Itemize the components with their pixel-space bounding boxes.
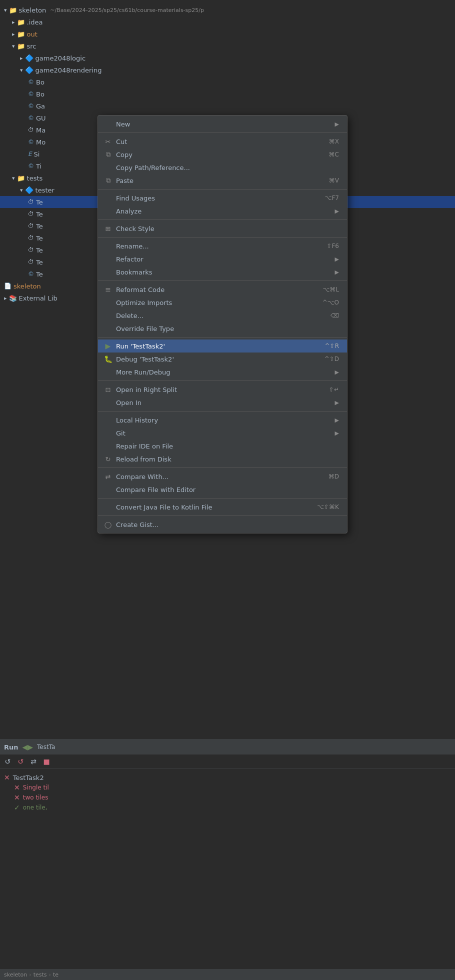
paste-icon: ⧉ [104,176,112,184]
cut-icon: ✂ [104,138,112,146]
menu-item-check-style[interactable]: ⊞ Check Style [98,222,347,235]
shortcut-label: ⇧↵ [329,386,339,393]
menu-label: Refactor [116,256,144,263]
debug-icon: 🐛 [104,355,112,363]
menu-item-new[interactable]: New ▶ [98,118,347,130]
shortcut-label: ⌘V [329,177,339,184]
menu-item-paste[interactable]: ⧉ Paste ⌘V [98,174,347,187]
menu-item-git[interactable]: Git ▶ [98,426,347,440]
gist-icon: ◯ [104,521,112,528]
menu-item-compare-with[interactable]: ⇄ Compare With... ⌘D [98,470,347,483]
menu-label: Convert Java File to Kotlin File [116,504,212,511]
shortcut-label: ⌥F7 [325,194,339,202]
menu-label: Copy [116,151,132,158]
menu-label: Open in Right Split [116,386,177,394]
menu-label: Bookmarks [116,268,152,276]
shortcut-label: ^⌥O [322,299,339,306]
shortcut-label: ⌥⌘L [322,286,339,293]
menu-item-open-in[interactable]: Open In ▶ [98,396,347,409]
menu-separator [98,132,347,133]
menu-label: Create Gist... [116,521,158,528]
menu-item-rename[interactable]: Rename... ⇧F6 [98,240,347,252]
shortcut-label: ⌫ [330,312,339,319]
arrow-icon: ▶ [335,417,339,424]
menu-label: Reformat Code [116,286,164,294]
menu-separator [98,189,347,190]
shortcut-label: ⌘D [328,473,339,480]
menu-item-create-gist[interactable]: ◯ Create Gist... [98,518,347,531]
split-icon: ⊡ [104,386,112,394]
menu-label: Local History [116,416,158,424]
menu-label: Repair IDE on File [116,442,173,450]
menu-label: Optimize Imports [116,299,172,306]
menu-item-more-run[interactable]: More Run/Debug ▶ [98,366,347,378]
shortcut-label: ^⇧R [325,342,339,350]
menu-item-convert-kotlin[interactable]: Convert Java File to Kotlin File ⌥⇧⌘K [98,500,347,514]
menu-label: Analyze [116,208,142,215]
menu-label: Compare File with Editor [116,486,196,494]
menu-separator [98,237,347,238]
checkstyle-icon: ⊞ [104,225,112,232]
menu-item-open-right-split[interactable]: ⊡ Open in Right Split ⇧↵ [98,383,347,396]
menu-label: Cut [116,138,127,146]
menu-label: Debug 'TestTask2' [116,356,174,363]
menu-item-copy-path[interactable]: Copy Path/Reference... [98,161,347,174]
menu-separator [98,411,347,412]
menu-label: Delete... [116,312,144,320]
menu-item-reload[interactable]: ↻ Reload from Disk [98,452,347,466]
arrow-icon: ▶ [335,400,339,406]
menu-label: Rename... [116,242,149,250]
shortcut-label: ⌘X [329,138,339,145]
menu-item-compare-editor[interactable]: Compare File with Editor [98,483,347,496]
menu-label: Run 'TestTask2' [116,342,165,350]
menu-item-find-usages[interactable]: Find Usages ⌥F7 [98,192,347,204]
menu-item-optimize[interactable]: Optimize Imports ^⌥O [98,296,347,309]
menu-separator [98,220,347,220]
menu-separator [98,468,347,468]
arrow-icon: ▶ [335,256,339,262]
menu-label: Open In [116,399,142,406]
menu-separator [98,498,347,498]
menu-separator [98,337,347,338]
shortcut-label: ⇧F6 [326,242,339,250]
context-menu: New ▶ ✂ Cut ⌘X ⧉ Copy ⌘C [98,115,348,534]
menu-item-override-type[interactable]: Override File Type [98,322,347,335]
copy-icon: ⧉ [104,150,112,158]
reload-icon: ↻ [104,456,112,463]
menu-item-local-history[interactable]: Local History ▶ [98,414,347,426]
menu-item-reformat[interactable]: ≡ Reformat Code ⌥⌘L [98,283,347,296]
menu-label: Check Style [116,225,154,232]
menu-label: Paste [116,177,134,184]
menu-label: New [116,120,130,128]
menu-label: Compare With... [116,473,168,480]
menu-label: Reload from Disk [116,456,172,463]
menu-label: Find Usages [116,194,155,202]
shortcut-label: ⌘C [329,151,339,158]
shortcut-label: ^⇧D [324,356,339,362]
arrow-icon: ▶ [335,269,339,276]
menu-label: Git [116,430,126,437]
reformat-icon: ≡ [104,286,112,294]
menu-item-bookmarks[interactable]: Bookmarks ▶ [98,266,347,278]
menu-item-copy[interactable]: ⧉ Copy ⌘C [98,148,347,161]
arrow-icon: ▶ [335,369,339,376]
menu-separator [98,280,347,281]
menu-label: More Run/Debug [116,368,170,376]
menu-item-repair-ide[interactable]: Repair IDE on File [98,440,347,452]
menu-item-refactor[interactable]: Refactor ▶ [98,252,347,266]
shortcut-label: ⌥⇧⌘K [317,504,339,510]
menu-item-cut[interactable]: ✂ Cut ⌘X [98,135,347,148]
compare-icon: ⇄ [104,473,112,480]
context-menu-overlay: New ▶ ✂ Cut ⌘X ⧉ Copy ⌘C [0,0,455,980]
menu-item-analyze[interactable]: Analyze ▶ [98,204,347,218]
menu-separator [98,380,347,381]
arrow-icon: ▶ [335,208,339,214]
menu-label: Override File Type [116,325,174,332]
menu-item-run[interactable]: ▶ Run 'TestTask2' ^⇧R [98,340,347,352]
menu-item-debug[interactable]: 🐛 Debug 'TestTask2' ^⇧D [98,352,347,366]
menu-label: Copy Path/Reference... [116,164,190,172]
arrow-icon: ▶ [335,121,339,128]
arrow-icon: ▶ [335,430,339,436]
menu-separator [98,516,347,516]
menu-item-delete[interactable]: Delete... ⌫ [98,309,347,322]
